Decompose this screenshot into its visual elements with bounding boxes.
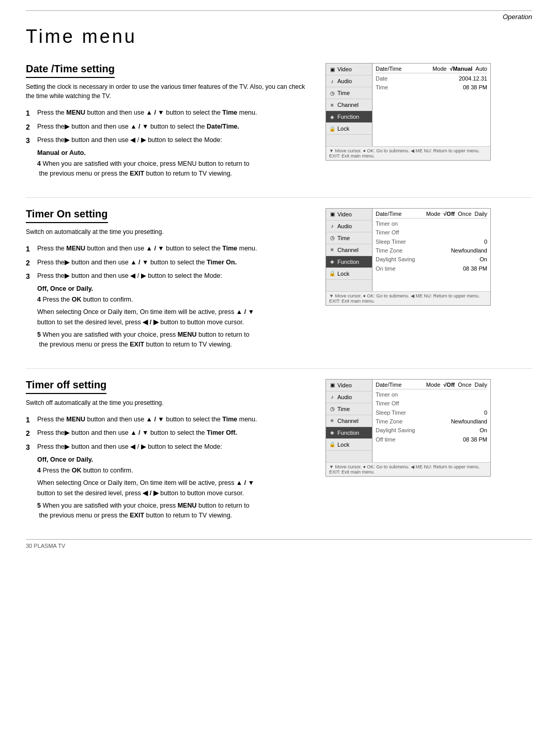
section-intro-timer-off: Switch off automatically at the time you…: [26, 398, 315, 407]
menu-item-lock-3: 🔒 Lock: [326, 439, 372, 451]
page-title: Time menu: [26, 26, 532, 48]
step-2-date-time: 2 Press the▶ button and then use ▲ / ▼ b…: [26, 122, 315, 133]
tv-menu-footer-ton: ▼ Move cursor. ● OK: Go to submenu. ◀ ME…: [326, 291, 490, 305]
step-1-date-time: 1 Press the MENU button and then use ▲ /…: [26, 108, 315, 119]
menu-item-time-label: Time: [337, 90, 350, 96]
header-rule: [26, 10, 532, 11]
menu-row-timer-on-3: Timer on: [376, 391, 487, 399]
channel-icon-3: ≡: [329, 418, 335, 423]
step-4b-timer-on: When selecting Once or Daily item, On ti…: [37, 307, 315, 327]
timer-off-label: Timer Off: [376, 229, 417, 237]
tv-menu-right-header-2: Date/Time Mode √Off Once Daily: [376, 211, 487, 218]
function-icon-2: ◈: [329, 259, 335, 264]
menu-item-video: ▣ Video: [326, 64, 372, 75]
sub-note-timer-on: Off, Once or Daily.: [37, 285, 315, 292]
mode-label-3: Mode: [426, 382, 441, 388]
lock-icon: 🔒: [329, 126, 335, 132]
menu-item-channel: ≡ Channel: [326, 99, 372, 111]
video-icon: ▣: [329, 67, 335, 72]
ontime-value: 08 38 PM: [463, 265, 487, 273]
section-heading-timer-on: Timer On setting: [26, 208, 108, 223]
step-4-timer-on: 4 Press the OK button to confirm.: [37, 295, 315, 305]
timezone-label-3: Time Zone: [376, 418, 417, 426]
menu-item-channel-label: Channel: [337, 102, 359, 108]
mode-once: Once: [458, 211, 471, 217]
time-value: 08 38 PM: [463, 84, 487, 91]
mode-options-toff: Mode √Off Once Daily: [426, 382, 487, 388]
channel-icon-2: ≡: [329, 247, 335, 253]
mode-auto: Auto: [475, 66, 487, 72]
menu-section-label: Date/Time: [376, 66, 401, 72]
menu-section-label-2: Date/Time: [376, 211, 401, 217]
audio-icon-3: ♪: [329, 394, 335, 400]
menu-section-label-3: Date/Time: [376, 382, 401, 388]
mode-manual: √Manual: [450, 66, 472, 72]
mode-off-3: √Off: [443, 382, 455, 388]
menu-item-channel-3: ≡ Channel: [326, 415, 372, 427]
tv-menu-inner-date-time: ▣ Video ♪ Audio ◷ Time ≡: [326, 64, 490, 146]
menu-row-timezone-3: Time Zone Newfoundland: [376, 418, 487, 426]
time-icon-3: ◷: [329, 406, 335, 412]
section-menu-timer-on: ▣ Video ♪ Audio ◷ Time ≡: [326, 208, 491, 306]
section-date-time-text: Date /Time setting Setting the clock is …: [26, 63, 326, 182]
step-1-timer-on: 1 Press the MENU button and then use ▲ /…: [26, 244, 315, 255]
section-timer-off-text: Timer off setting Switch off automatical…: [26, 379, 326, 524]
timer-on-label-3: Timer on: [376, 391, 417, 399]
menu-row-daylight-3: Daylight Saving On: [376, 427, 487, 434]
divider-1: [26, 197, 532, 198]
section-menu-date-time: ▣ Video ♪ Audio ◷ Time ≡: [326, 63, 491, 161]
menu-row-daylight: Daylight Saving On: [376, 256, 487, 263]
section-timer-on-text: Timer On setting Switch on automatically…: [26, 208, 326, 353]
menu-row-ontime: On time 08 38 PM: [376, 265, 487, 273]
tv-menu-box-timer-on: ▣ Video ♪ Audio ◷ Time ≡: [326, 208, 491, 306]
menu-row-timer-off: Timer Off: [376, 229, 487, 237]
tv-menu-left-date-time: ▣ Video ♪ Audio ◷ Time ≡: [326, 64, 373, 146]
tv-menu-right-date-time: Date/Time Mode √Manual Auto Date 2004.12…: [373, 64, 490, 146]
menu-item-function: ◈ Function: [326, 111, 372, 123]
mode-label-2: Mode: [426, 211, 441, 217]
video-icon-2: ▣: [329, 211, 335, 217]
tv-menu-left-timer-on: ▣ Video ♪ Audio ◷ Time ≡: [326, 209, 373, 291]
menu-row-sleep-3: Sleep Timer 0: [376, 409, 487, 417]
sleep-label-3: Sleep Timer: [376, 409, 417, 417]
daylight-label-3: Daylight Saving: [376, 427, 417, 434]
menu-item-time-3: ◷ Time: [326, 403, 372, 415]
page-container: Operation Time menu Date /Time setting S…: [0, 0, 558, 570]
steps-list-date-time: 1 Press the MENU button and then use ▲ /…: [26, 108, 315, 147]
tv-menu-right-timer-off: Date/Time Mode √Off Once Daily Timer on: [373, 380, 490, 462]
daylight-label: Daylight Saving: [376, 256, 417, 263]
mode-options-dt: Mode √Manual Auto: [432, 66, 487, 72]
header-operation: Operation: [26, 13, 532, 21]
menu-row-date: Date 2004.12.31: [376, 75, 487, 83]
section-heading-timer-off: Timer off setting: [26, 379, 106, 394]
section-timer-off: Timer off setting Switch off automatical…: [26, 379, 532, 524]
menu-item-lock: 🔒 Lock: [326, 123, 372, 135]
step-5-timer-on: 5 When you are satisfied with your choic…: [37, 330, 315, 350]
steps-list-timer-off: 1 Press the MENU button and then use ▲ /…: [26, 415, 315, 453]
menu-item-function-3: ◈ Function: [326, 427, 372, 439]
channel-icon: ≡: [329, 102, 335, 108]
tv-menu-inner-timer-off: ▣ Video ♪ Audio ◷ Time ≡: [326, 380, 490, 462]
video-icon-3: ▣: [329, 382, 335, 388]
steps-list-timer-on: 1 Press the MENU button and then use ▲ /…: [26, 244, 315, 282]
tv-menu-left-timer-off: ▣ Video ♪ Audio ◷ Time ≡: [326, 380, 373, 462]
mode-daily: Daily: [475, 211, 487, 217]
step-2-timer-off: 2 Press the▶ button and then use ▲ / ▼ b…: [26, 428, 315, 439]
sub-note-date-time: Manual or Auto.: [37, 149, 315, 156]
time-icon-2: ◷: [329, 235, 335, 241]
sleep-label: Sleep Timer: [376, 238, 417, 246]
tv-menu-right-timer-on: Date/Time Mode √Off Once Daily Timer on: [373, 209, 490, 291]
divider-2: [26, 368, 532, 369]
menu-item-time: ◷ Time: [326, 87, 372, 99]
tv-menu-box-date-time: ▣ Video ♪ Audio ◷ Time ≡: [326, 63, 491, 161]
sleep-value-3: 0: [484, 409, 487, 417]
menu-item-audio-label: Audio: [337, 78, 352, 84]
menu-item-video-label: Video: [337, 66, 352, 72]
menu-row-offtime: Off time 08 38 PM: [376, 436, 487, 444]
tv-menu-inner-timer-on: ▣ Video ♪ Audio ◷ Time ≡: [326, 209, 490, 291]
menu-item-video-3: ▣ Video: [326, 380, 372, 391]
sub-note-timer-off: Off, Once or Daily.: [37, 456, 315, 463]
tv-menu-box-timer-off: ▣ Video ♪ Audio ◷ Time ≡: [326, 379, 491, 477]
menu-item-lock-2: 🔒 Lock: [326, 268, 372, 280]
footer-rule: [26, 539, 532, 540]
